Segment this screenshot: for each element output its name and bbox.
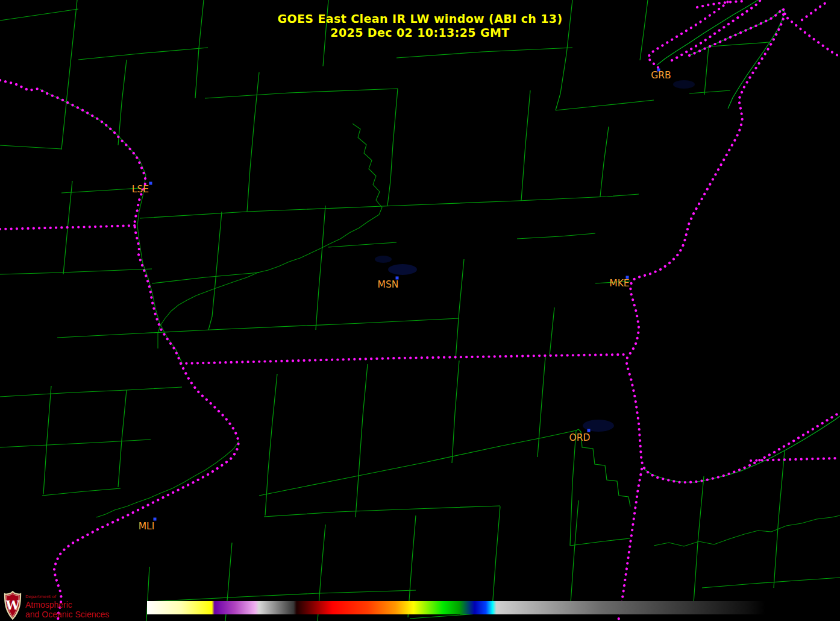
state-border-dotted-line [0,80,239,621]
ir-cloud-patch [673,80,695,89]
state-border-dotted-line [181,355,624,364]
logo-name-line-1: Atmospheric [25,601,109,609]
goes-satellite-viewer: GRBLSEMSNMKEORDMLI GOES East Clean IR LW… [0,0,840,621]
county-boundary-line [43,386,51,494]
county-boundary-line [316,206,325,330]
county-boundary-line [452,361,459,463]
title-line-2: 2025 Dec 02 10:13:25 GMT [0,26,840,40]
county-boundary-line [600,127,609,197]
county-boundary-line [538,357,545,457]
satellite-map: GRBLSEMSNMKEORDMLI [0,0,840,621]
county-boundary-line [556,100,654,110]
county-boundary-line [387,89,398,206]
county-boundary-line [0,440,151,447]
county-boundary-line [118,60,127,145]
county-boundary-line [0,269,152,274]
county-boundary-line [689,90,730,93]
station-dot-mli [154,518,157,521]
county-boundary-line [118,390,127,487]
station-label-mli: MLI [139,521,155,532]
county-boundary-line [570,538,630,546]
county-boundary-line [396,48,572,58]
river-line [158,215,379,348]
temperature-colorbar [147,601,765,614]
county-boundary-line [78,48,208,60]
station-label-mke: MKE [609,278,629,289]
county-boundary-line [571,500,578,603]
title-line-1: GOES East Clean IR LW window (ABI ch 13) [0,12,840,26]
station-label-msn: MSN [378,279,399,290]
county-boundary-line [61,188,140,193]
logo-department: Department of [25,595,109,599]
logo-name-line-2: and Oceanic Sciences [25,610,109,619]
county-boundary-line [704,46,709,95]
county-boundary-line [456,259,464,359]
image-title: GOES East Clean IR LW window (ABI ch 13)… [0,12,840,40]
river-line [353,124,382,215]
county-boundary-line [517,233,595,239]
county-boundary-line [205,89,398,98]
uw-aos-logo: W Department of Atmospheric and Oceanic … [4,591,109,620]
svg-text:W: W [5,598,20,613]
county-boundary-line [57,330,211,338]
ir-cloud-patch [375,256,392,263]
county-boundary-line [702,578,840,588]
state-border-dotted-line [697,1,742,7]
county-boundary-line [208,212,222,330]
county-boundary-line [0,387,182,397]
station-dot-ord [588,429,591,432]
county-boundary-line [521,90,530,201]
county-boundary-line [42,488,121,496]
county-boundary-line [492,506,500,608]
county-boundary-line [140,194,639,218]
county-boundary-line [247,72,259,212]
station-label-grb: GRB [651,70,671,81]
station-label-lse: LSE [132,184,149,195]
county-boundary-line [264,506,500,517]
county-boundary-line [328,242,396,247]
county-boundary-line [570,430,576,546]
county-boundary-line [550,307,554,356]
county-boundary-line [0,145,61,149]
uw-crest-icon: W [4,591,22,620]
station-dot-lse [149,182,152,185]
county-boundary-line [149,590,416,602]
station-label-ord: ORD [569,432,591,443]
river-line [654,515,840,546]
county-boundary-line [259,429,578,496]
county-boundary-line [693,476,704,612]
ir-cloud-patch [388,264,417,275]
county-boundary-line [152,273,259,283]
lake-shore-line [642,416,840,482]
county-boundary-line [211,318,459,330]
river-line [96,441,239,517]
county-boundary-line [774,451,785,588]
county-boundary-line [356,364,368,517]
logo-text: Department of Atmospheric and Oceanic Sc… [25,591,109,619]
state-border-dotted-line [618,469,642,621]
